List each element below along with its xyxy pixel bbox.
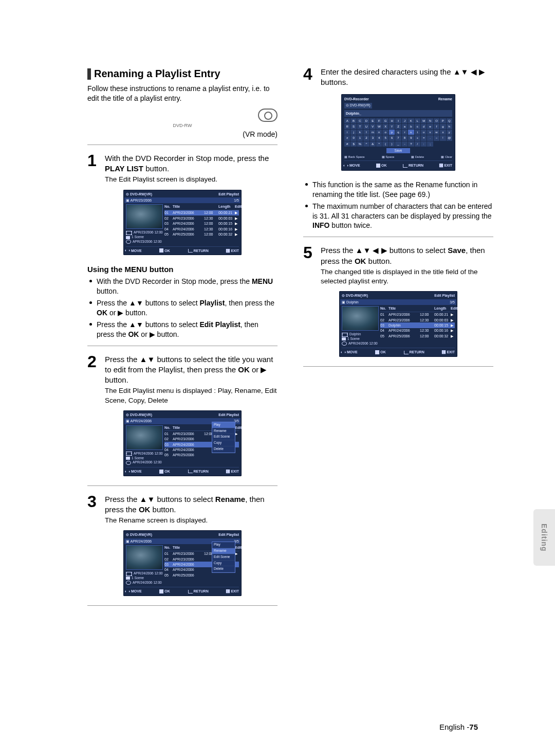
scene-icon xyxy=(126,236,130,239)
step-number: 2 xyxy=(87,354,101,405)
screenshot-edit-playlist-2: ⊙ DVD-RW(VR)Edit Playlist ▣ APR/24/20063… xyxy=(123,410,242,476)
disc-label: DVD-RW xyxy=(87,122,278,129)
clock-icon xyxy=(126,240,131,244)
move-icon: MOVE xyxy=(126,248,142,253)
save-key: Save xyxy=(386,148,410,154)
step-1: 1 With the DVD Recorder in Stop mode, pr… xyxy=(87,153,278,185)
screenshot-edit-playlist-3: ⊙ DVD-RW(VR)Edit Playlist ▣ APR/24/20063… xyxy=(123,530,242,596)
separator xyxy=(87,605,278,606)
separator xyxy=(87,485,278,486)
step-5-text: Press the ▲▼ ◀ ▶ buttons to select Save,… xyxy=(321,245,493,266)
separator xyxy=(303,366,493,367)
section-tab: Editing xyxy=(533,509,555,566)
step-number: 5 xyxy=(303,245,317,286)
step-2-text: Press the ▲▼ buttons to select the title… xyxy=(105,354,278,386)
ok-icon: OK xyxy=(159,248,170,253)
return-icon: RETURN xyxy=(188,248,209,253)
film-icon xyxy=(126,452,132,456)
disc-icon xyxy=(258,109,278,122)
context-menu: Play Rename Edit Scene Copy Delete xyxy=(212,542,235,573)
section-tab-label: Editing xyxy=(540,524,549,551)
separator xyxy=(87,145,278,145)
menu-bullets: With the DVD Recorder in Stop mode, pres… xyxy=(87,277,278,339)
step-5: 5 Press the ▲▼ ◀ ▶ buttons to select Sav… xyxy=(303,245,493,286)
dvd-rw-badge: DVD-RW xyxy=(87,109,278,129)
right-column: 4 Enter the desired characters using the… xyxy=(303,67,493,614)
menu-button-heading: Using the MENU button xyxy=(87,264,278,275)
step-number: 1 xyxy=(87,153,101,185)
step-3-sub: The Rename screen is displayed. xyxy=(105,516,278,525)
thumbnail-icon xyxy=(126,204,163,229)
step-3-text: Press the ▲▼ buttons to select Rename, t… xyxy=(105,494,278,515)
thumbnail-icon xyxy=(342,306,379,331)
vr-mode-text: (VR mode) xyxy=(87,130,278,139)
step-3: 3 Press the ▲▼ buttons to select Rename,… xyxy=(87,494,278,526)
intro-text: Follow these instructions to rename a pl… xyxy=(87,84,278,103)
notes-list: This function is the same as the Rename … xyxy=(303,180,493,230)
step-5-sub: The changed title is displayed in the ti… xyxy=(321,267,493,286)
screenshot-rename: DVD-RecorderRename ⊙ DVD-RW(VR) Dolphin_… xyxy=(341,94,455,171)
screenshot-edit-playlist-1: ⊙ DVD-RW(VR)Edit Playlist ▣ APR/23/20061… xyxy=(123,190,242,256)
thumbnail-icon xyxy=(126,545,163,570)
step-2-sub: The Edit Playlist menu is displayed : Pl… xyxy=(105,386,278,405)
step-number: 3 xyxy=(87,494,101,526)
step-4: 4 Enter the desired characters using the… xyxy=(303,67,493,88)
note-bullet: This function is the same as the Rename … xyxy=(312,180,493,200)
menu-bullet: Press the ▲▼ buttons to select Edit Play… xyxy=(97,320,278,339)
left-column: Renaming a Playlist Entry Follow these i… xyxy=(87,67,278,614)
step-2: 2 Press the ▲▼ buttons to select the tit… xyxy=(87,354,278,405)
heading-bar-icon xyxy=(87,68,91,80)
rename-input: Dolphin_ xyxy=(344,110,452,117)
page-title: Renaming a Playlist Entry xyxy=(94,67,220,81)
scene-icon xyxy=(126,457,130,460)
screenshot-edit-playlist-final: ⊙ DVD-RW(VR)Edit Playlist ▣ Dolphin3/5 D… xyxy=(339,291,457,357)
context-menu: Play Rename Edit Scene Copy Delete xyxy=(212,422,235,453)
note-bullet: The maximum number of characters that ca… xyxy=(312,202,493,231)
separator xyxy=(303,237,493,237)
page-footer: English -75 xyxy=(0,722,555,732)
film-icon xyxy=(126,231,132,235)
step-1-text: With the DVD Recorder in Stop mode, pres… xyxy=(105,153,278,174)
menu-bullet: Press the ▲▼ buttons to select Playlist,… xyxy=(97,298,278,318)
step-number: 4 xyxy=(303,67,317,88)
heading-row: Renaming a Playlist Entry xyxy=(87,67,278,81)
thumbnail-icon xyxy=(126,425,163,450)
menu-bullet: With the DVD Recorder in Stop mode, pres… xyxy=(97,277,278,296)
step-1-sub: The Edit Playlist screen is displayed. xyxy=(105,175,278,184)
exit-icon: 🅴 EXIT xyxy=(226,248,239,253)
clock-icon xyxy=(126,461,131,465)
keyboard-grid: ABCDEFGHIJKLMNOPQRSTUVWXYZabcdefghijklmn… xyxy=(344,118,452,146)
step-4-text: Enter the desired characters using the ▲… xyxy=(321,67,493,88)
separator xyxy=(87,346,278,346)
